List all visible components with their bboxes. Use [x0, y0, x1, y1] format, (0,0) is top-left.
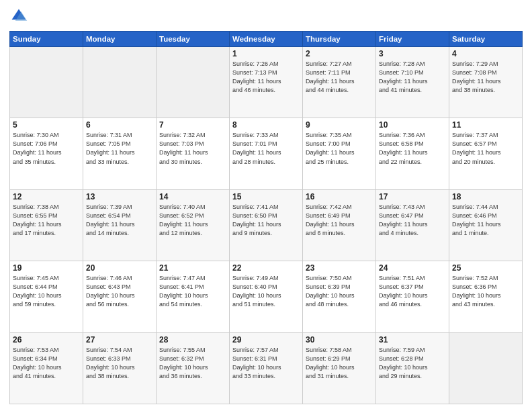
week-row-5: 26Sunrise: 7:53 AM Sunset: 6:34 PM Dayli…: [10, 332, 523, 404]
weekday-header-thursday: Thursday: [303, 32, 376, 47]
weekday-header-row: SundayMondayTuesdayWednesdayThursdayFrid…: [10, 32, 523, 47]
day-cell: 13Sunrise: 7:39 AM Sunset: 6:54 PM Dayli…: [83, 189, 157, 261]
day-number: 2: [306, 49, 373, 58]
day-cell: 4Sunrise: 7:29 AM Sunset: 7:08 PM Daylig…: [449, 47, 523, 118]
weekday-header-tuesday: Tuesday: [157, 32, 230, 47]
day-number: 17: [379, 192, 446, 201]
day-cell: 31Sunrise: 7:59 AM Sunset: 6:28 PM Dayli…: [376, 332, 449, 404]
day-cell: 1Sunrise: 7:26 AM Sunset: 7:13 PM Daylig…: [230, 47, 303, 118]
day-info: Sunrise: 7:47 AM Sunset: 6:41 PM Dayligh…: [159, 274, 226, 309]
day-info: Sunrise: 7:28 AM Sunset: 7:10 PM Dayligh…: [379, 60, 446, 95]
day-cell: 28Sunrise: 7:55 AM Sunset: 6:32 PM Dayli…: [157, 332, 230, 404]
day-number: 28: [159, 335, 226, 345]
day-info: Sunrise: 7:35 AM Sunset: 7:00 PM Dayligh…: [306, 131, 373, 166]
day-cell: 22Sunrise: 7:49 AM Sunset: 6:40 PM Dayli…: [230, 261, 303, 332]
day-info: Sunrise: 7:45 AM Sunset: 6:44 PM Dayligh…: [13, 274, 80, 309]
day-number: 30: [306, 335, 373, 345]
day-info: Sunrise: 7:51 AM Sunset: 6:37 PM Dayligh…: [379, 274, 446, 309]
day-number: 22: [232, 263, 300, 273]
day-number: 12: [13, 192, 80, 201]
day-number: 19: [13, 263, 80, 273]
day-cell: 8Sunrise: 7:33 AM Sunset: 7:01 PM Daylig…: [230, 118, 303, 189]
day-cell: 20Sunrise: 7:46 AM Sunset: 6:43 PM Dayli…: [83, 261, 157, 332]
day-number: 24: [379, 263, 446, 273]
day-cell: 24Sunrise: 7:51 AM Sunset: 6:37 PM Dayli…: [376, 261, 449, 332]
day-info: Sunrise: 7:54 AM Sunset: 6:33 PM Dayligh…: [86, 346, 153, 381]
day-cell: 12Sunrise: 7:38 AM Sunset: 6:55 PM Dayli…: [10, 189, 83, 261]
day-number: 5: [13, 120, 80, 130]
day-info: Sunrise: 7:26 AM Sunset: 7:13 PM Dayligh…: [232, 60, 300, 95]
day-cell: 7Sunrise: 7:32 AM Sunset: 7:03 PM Daylig…: [157, 118, 230, 189]
day-cell: [449, 332, 523, 404]
day-number: 6: [86, 120, 153, 130]
day-number: 31: [379, 335, 446, 345]
day-info: Sunrise: 7:58 AM Sunset: 6:29 PM Dayligh…: [306, 346, 373, 381]
day-number: 4: [452, 49, 519, 58]
day-number: 7: [159, 120, 226, 130]
day-cell: [83, 47, 157, 118]
day-info: Sunrise: 7:49 AM Sunset: 6:40 PM Dayligh…: [232, 274, 300, 309]
day-cell: 5Sunrise: 7:30 AM Sunset: 7:06 PM Daylig…: [10, 118, 83, 189]
day-info: Sunrise: 7:43 AM Sunset: 6:47 PM Dayligh…: [379, 203, 446, 238]
weekday-header-saturday: Saturday: [449, 32, 523, 47]
day-number: 14: [159, 192, 226, 201]
day-info: Sunrise: 7:44 AM Sunset: 6:46 PM Dayligh…: [452, 203, 519, 238]
day-info: Sunrise: 7:46 AM Sunset: 6:43 PM Dayligh…: [86, 274, 153, 309]
day-cell: 19Sunrise: 7:45 AM Sunset: 6:44 PM Dayli…: [10, 261, 83, 332]
day-info: Sunrise: 7:31 AM Sunset: 7:05 PM Dayligh…: [86, 131, 153, 166]
day-info: Sunrise: 7:59 AM Sunset: 6:28 PM Dayligh…: [379, 346, 446, 381]
week-row-2: 5Sunrise: 7:30 AM Sunset: 7:06 PM Daylig…: [10, 118, 523, 189]
day-number: 26: [13, 335, 80, 345]
day-info: Sunrise: 7:37 AM Sunset: 6:57 PM Dayligh…: [452, 131, 519, 166]
day-number: 29: [232, 335, 300, 345]
day-cell: 18Sunrise: 7:44 AM Sunset: 6:46 PM Dayli…: [449, 189, 523, 261]
weekday-header-sunday: Sunday: [10, 32, 83, 47]
weekday-header-wednesday: Wednesday: [230, 32, 303, 47]
weekday-header-friday: Friday: [376, 32, 449, 47]
weekday-header-monday: Monday: [83, 32, 157, 47]
day-cell: 25Sunrise: 7:52 AM Sunset: 6:36 PM Dayli…: [449, 261, 523, 332]
day-cell: 3Sunrise: 7:28 AM Sunset: 7:10 PM Daylig…: [376, 47, 449, 118]
day-cell: 15Sunrise: 7:41 AM Sunset: 6:50 PM Dayli…: [230, 189, 303, 261]
day-cell: 27Sunrise: 7:54 AM Sunset: 6:33 PM Dayli…: [83, 332, 157, 404]
day-number: 25: [452, 263, 519, 273]
day-number: 11: [452, 120, 519, 130]
calendar: SundayMondayTuesdayWednesdayThursdayFrid…: [9, 31, 523, 404]
day-cell: 30Sunrise: 7:58 AM Sunset: 6:29 PM Dayli…: [303, 332, 376, 404]
day-number: 21: [159, 263, 226, 273]
day-number: 23: [306, 263, 373, 273]
day-number: 20: [86, 263, 153, 273]
day-info: Sunrise: 7:41 AM Sunset: 6:50 PM Dayligh…: [232, 203, 300, 238]
week-row-3: 12Sunrise: 7:38 AM Sunset: 6:55 PM Dayli…: [10, 189, 523, 261]
page: SundayMondayTuesdayWednesdayThursdayFrid…: [0, 0, 532, 411]
day-cell: 16Sunrise: 7:42 AM Sunset: 6:49 PM Dayli…: [303, 189, 376, 261]
day-info: Sunrise: 7:42 AM Sunset: 6:49 PM Dayligh…: [306, 203, 373, 238]
day-info: Sunrise: 7:50 AM Sunset: 6:39 PM Dayligh…: [306, 274, 373, 309]
logo-icon: [9, 7, 28, 26]
day-cell: 14Sunrise: 7:40 AM Sunset: 6:52 PM Dayli…: [157, 189, 230, 261]
week-row-4: 19Sunrise: 7:45 AM Sunset: 6:44 PM Dayli…: [10, 261, 523, 332]
day-number: 13: [86, 192, 153, 201]
day-number: 16: [306, 192, 373, 201]
day-cell: 11Sunrise: 7:37 AM Sunset: 6:57 PM Dayli…: [449, 118, 523, 189]
day-number: 18: [452, 192, 519, 201]
day-number: 1: [232, 49, 300, 58]
day-info: Sunrise: 7:36 AM Sunset: 6:58 PM Dayligh…: [379, 131, 446, 166]
day-number: 9: [306, 120, 373, 130]
day-info: Sunrise: 7:40 AM Sunset: 6:52 PM Dayligh…: [159, 203, 226, 238]
day-cell: 9Sunrise: 7:35 AM Sunset: 7:00 PM Daylig…: [303, 118, 376, 189]
day-cell: 29Sunrise: 7:57 AM Sunset: 6:31 PM Dayli…: [230, 332, 303, 404]
day-cell: 23Sunrise: 7:50 AM Sunset: 6:39 PM Dayli…: [303, 261, 376, 332]
day-number: 8: [232, 120, 300, 130]
day-cell: 26Sunrise: 7:53 AM Sunset: 6:34 PM Dayli…: [10, 332, 83, 404]
day-info: Sunrise: 7:53 AM Sunset: 6:34 PM Dayligh…: [13, 346, 80, 381]
day-info: Sunrise: 7:39 AM Sunset: 6:54 PM Dayligh…: [86, 203, 153, 238]
day-info: Sunrise: 7:29 AM Sunset: 7:08 PM Dayligh…: [452, 60, 519, 95]
day-info: Sunrise: 7:27 AM Sunset: 7:11 PM Dayligh…: [306, 60, 373, 95]
day-info: Sunrise: 7:57 AM Sunset: 6:31 PM Dayligh…: [232, 346, 300, 381]
day-info: Sunrise: 7:32 AM Sunset: 7:03 PM Dayligh…: [159, 131, 226, 166]
day-info: Sunrise: 7:52 AM Sunset: 6:36 PM Dayligh…: [452, 274, 519, 309]
week-row-1: 1Sunrise: 7:26 AM Sunset: 7:13 PM Daylig…: [10, 47, 523, 118]
day-cell: 6Sunrise: 7:31 AM Sunset: 7:05 PM Daylig…: [83, 118, 157, 189]
day-number: 10: [379, 120, 446, 130]
